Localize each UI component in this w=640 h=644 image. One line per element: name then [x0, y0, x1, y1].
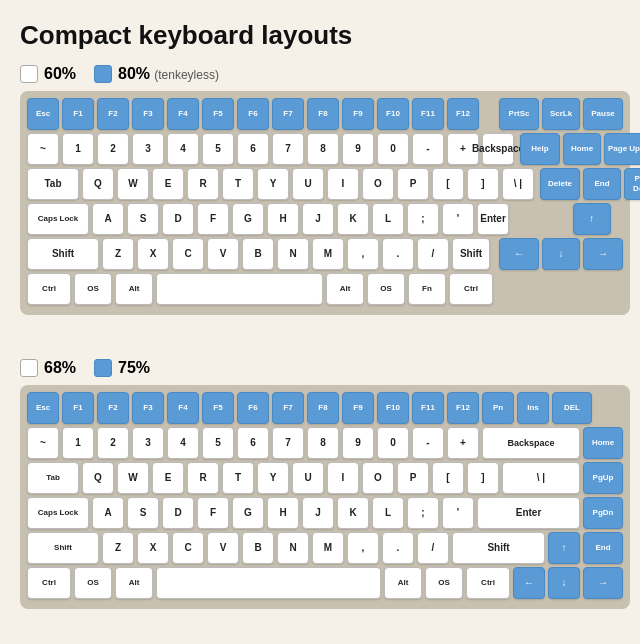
key2-7[interactable]: 7 — [272, 427, 304, 459]
key-a[interactable]: A — [92, 203, 124, 235]
key-k[interactable]: K — [337, 203, 369, 235]
key2-9[interactable]: 9 — [342, 427, 374, 459]
key2-r[interactable]: R — [187, 462, 219, 494]
key-period[interactable]: . — [382, 238, 414, 270]
key-comma[interactable]: , — [347, 238, 379, 270]
key-alt-right[interactable]: Alt — [326, 273, 364, 305]
key-z[interactable]: Z — [102, 238, 134, 270]
key2-capslock[interactable]: Caps Lock — [27, 497, 89, 529]
key-esc[interactable]: Esc — [27, 98, 59, 130]
key2-os-left[interactable]: OS — [74, 567, 112, 599]
key-help[interactable]: Help — [520, 133, 560, 165]
key-space[interactable] — [156, 273, 323, 305]
key2-e[interactable]: E — [152, 462, 184, 494]
key-fn[interactable]: Fn — [408, 273, 446, 305]
key-v[interactable]: V — [207, 238, 239, 270]
key2-8[interactable]: 8 — [307, 427, 339, 459]
key-f4[interactable]: F4 — [167, 98, 199, 130]
key-shift-right[interactable]: Shift — [452, 238, 490, 270]
key2-f6[interactable]: F6 — [237, 392, 269, 424]
key2-c[interactable]: C — [172, 532, 204, 564]
key2-semicolon[interactable]: ; — [407, 497, 439, 529]
key2-f2[interactable]: F2 — [97, 392, 129, 424]
key2-pgup[interactable]: PgUp — [583, 462, 623, 494]
key2-n[interactable]: N — [277, 532, 309, 564]
key2-l[interactable]: L — [372, 497, 404, 529]
key2-f11[interactable]: F11 — [412, 392, 444, 424]
key-i[interactable]: I — [327, 168, 359, 200]
key-lbracket[interactable]: [ — [432, 168, 464, 200]
key2-b[interactable]: B — [242, 532, 274, 564]
key-pagedown[interactable]: Page Down — [624, 168, 640, 200]
key-f5[interactable]: F5 — [202, 98, 234, 130]
key-f10[interactable]: F10 — [377, 98, 409, 130]
key2-home[interactable]: Home — [583, 427, 623, 459]
key2-h[interactable]: H — [267, 497, 299, 529]
key2-5[interactable]: 5 — [202, 427, 234, 459]
key-home[interactable]: Home — [563, 133, 601, 165]
key2-g[interactable]: G — [232, 497, 264, 529]
key-7[interactable]: 7 — [272, 133, 304, 165]
key2-f3[interactable]: F3 — [132, 392, 164, 424]
key2-f7[interactable]: F7 — [272, 392, 304, 424]
key-9[interactable]: 9 — [342, 133, 374, 165]
key2-j[interactable]: J — [302, 497, 334, 529]
key2-2[interactable]: 2 — [97, 427, 129, 459]
key2-0[interactable]: 0 — [377, 427, 409, 459]
key-capslock[interactable]: Caps Lock — [27, 203, 89, 235]
key2-quote[interactable]: ' — [442, 497, 474, 529]
key-ctrl-right[interactable]: Ctrl — [449, 273, 493, 305]
key-x[interactable]: X — [137, 238, 169, 270]
key-tab[interactable]: Tab — [27, 168, 79, 200]
key2-z[interactable]: Z — [102, 532, 134, 564]
key2-tab[interactable]: Tab — [27, 462, 79, 494]
key-b[interactable]: B — [242, 238, 274, 270]
key2-shift-right[interactable]: Shift — [452, 532, 545, 564]
key-o[interactable]: O — [362, 168, 394, 200]
key-delete[interactable]: Delete — [540, 168, 580, 200]
key-alt-left[interactable]: Alt — [115, 273, 153, 305]
key2-4[interactable]: 4 — [167, 427, 199, 459]
key2-w[interactable]: W — [117, 462, 149, 494]
key-f3[interactable]: F3 — [132, 98, 164, 130]
key-8[interactable]: 8 — [307, 133, 339, 165]
key-arrow-left[interactable]: ← — [499, 238, 539, 270]
key2-u[interactable]: U — [292, 462, 324, 494]
key-f8[interactable]: F8 — [307, 98, 339, 130]
key2-shift-left[interactable]: Shift — [27, 532, 99, 564]
key-2[interactable]: 2 — [97, 133, 129, 165]
key2-pgdn[interactable]: PgDn — [583, 497, 623, 529]
key2-enter[interactable]: Enter — [477, 497, 580, 529]
key-f1[interactable]: F1 — [62, 98, 94, 130]
key-pause[interactable]: Pause — [583, 98, 623, 130]
key2-rbracket[interactable]: ] — [467, 462, 499, 494]
key2-arrow-left[interactable]: ← — [513, 567, 545, 599]
key-f9[interactable]: F9 — [342, 98, 374, 130]
key-slash[interactable]: / — [417, 238, 449, 270]
key-f2[interactable]: F2 — [97, 98, 129, 130]
key-semicolon[interactable]: ; — [407, 203, 439, 235]
key-f6[interactable]: F6 — [237, 98, 269, 130]
key2-plus[interactable]: + — [447, 427, 479, 459]
key2-m[interactable]: M — [312, 532, 344, 564]
key2-q[interactable]: Q — [82, 462, 114, 494]
key-f12[interactable]: F12 — [447, 98, 479, 130]
key2-x[interactable]: X — [137, 532, 169, 564]
key2-arrow-up[interactable]: ↑ — [548, 532, 580, 564]
key2-d[interactable]: D — [162, 497, 194, 529]
key2-pn[interactable]: Pn — [482, 392, 514, 424]
key2-f8[interactable]: F8 — [307, 392, 339, 424]
key2-k[interactable]: K — [337, 497, 369, 529]
key2-arrow-down[interactable]: ↓ — [548, 567, 580, 599]
key-1[interactable]: 1 — [62, 133, 94, 165]
key-e[interactable]: E — [152, 168, 184, 200]
key2-a[interactable]: A — [92, 497, 124, 529]
key2-alt-right[interactable]: Alt — [384, 567, 422, 599]
key-l[interactable]: L — [372, 203, 404, 235]
key-n[interactable]: N — [277, 238, 309, 270]
key2-y[interactable]: Y — [257, 462, 289, 494]
key2-backspace[interactable]: Backspace — [482, 427, 580, 459]
key2-comma[interactable]: , — [347, 532, 379, 564]
key2-t[interactable]: T — [222, 462, 254, 494]
key-m[interactable]: M — [312, 238, 344, 270]
